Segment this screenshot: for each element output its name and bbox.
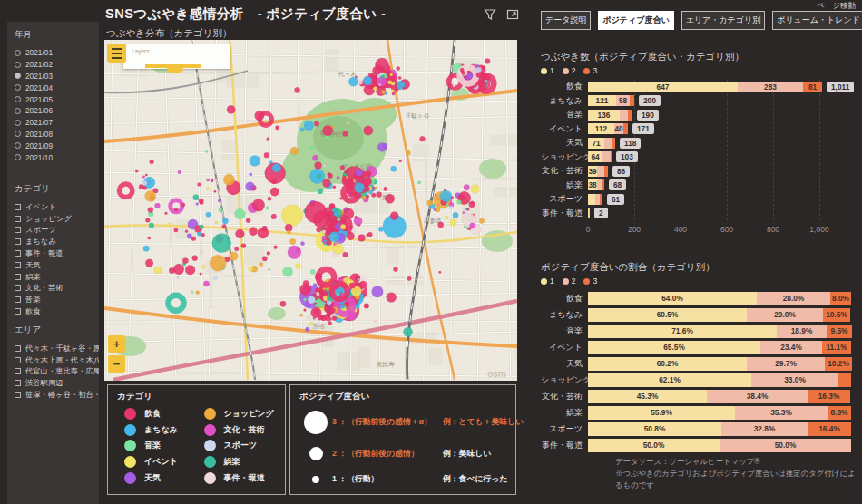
map-zoom-in-button[interactable]: + <box>108 335 125 353</box>
checkbox-icon[interactable] <box>15 308 21 315</box>
nav-button[interactable]: ボリューム・トレンド <box>772 11 862 30</box>
category-option[interactable]: 娯楽 <box>15 271 99 283</box>
bar-segment-3[interactable] <box>604 166 608 177</box>
chart-bar[interactable] <box>588 194 602 205</box>
bar-segment-3[interactable]: 10.5% <box>823 308 850 322</box>
bar-segment-1[interactable]: 647 <box>588 82 738 92</box>
bar-segment-1[interactable]: 38 <box>588 179 597 190</box>
bar-segment-3[interactable] <box>628 110 632 121</box>
radio-icon[interactable] <box>15 142 21 149</box>
chart-bar[interactable]: 64.0%28.0%8.0% <box>588 292 851 305</box>
focus-mode-icon[interactable] <box>506 8 519 21</box>
chart-bar[interactable]: 50.0%50.0% <box>588 439 851 452</box>
bar-segment-2[interactable]: 32.8% <box>721 422 808 436</box>
chart-bar[interactable]: 65.5%23.4%11.1% <box>588 341 851 354</box>
bar-segment-3[interactable] <box>630 95 634 106</box>
bar-segment-1[interactable]: 39 <box>588 166 597 177</box>
bar-segment-1[interactable]: 71.6% <box>588 325 777 338</box>
checkbox-icon[interactable] <box>15 227 21 233</box>
chart-bar[interactable]: 64 <box>588 151 612 162</box>
bar-segment-2[interactable]: 28.0% <box>757 292 830 305</box>
bar-segment-3[interactable] <box>838 373 851 387</box>
bar-segment-1[interactable]: 65.5% <box>588 341 760 354</box>
chart-bar[interactable]: 71 <box>588 138 615 149</box>
bar-segment-1[interactable]: 60.5% <box>588 308 747 322</box>
bar-segment-2[interactable]: 33.0% <box>751 373 838 387</box>
checkbox-icon[interactable] <box>15 392 21 398</box>
bar-segment-1[interactable]: 62.1% <box>588 373 751 387</box>
month-option[interactable]: 2021/05 <box>15 93 99 105</box>
bar-segment-1[interactable]: 121 <box>588 95 616 106</box>
bar-segment-3[interactable] <box>600 194 602 205</box>
legend-item-3[interactable]: 3 <box>583 276 597 286</box>
area-option[interactable]: 渋谷駅周辺 <box>15 377 99 389</box>
month-option[interactable]: 2021/04 <box>15 82 99 93</box>
area-option[interactable]: 代官山・恵比寿・広尾 <box>15 366 99 378</box>
chart-bar[interactable]: 60.5%29.0%10.5% <box>588 308 850 322</box>
bar-segment-2[interactable] <box>597 166 604 177</box>
month-option[interactable]: 2021/09 <box>15 140 99 151</box>
bar-segment-3[interactable] <box>611 151 612 162</box>
checkbox-icon[interactable] <box>15 345 21 352</box>
checkbox-icon[interactable] <box>15 216 21 222</box>
category-option[interactable]: 天気 <box>15 259 99 271</box>
bar-segment-2[interactable]: 38.4% <box>707 390 808 403</box>
nav-button[interactable]: データ説明 <box>541 11 591 30</box>
chart-bar[interactable] <box>588 208 590 218</box>
bar-segment-1[interactable]: 45.3% <box>588 390 707 403</box>
bar-segment-2[interactable] <box>604 138 612 149</box>
chart-bar[interactable]: 55.9%35.3%8.8% <box>588 406 851 420</box>
bar-segment-2[interactable]: 35.3% <box>735 406 828 420</box>
legend-item-2[interactable]: 2 <box>563 276 576 286</box>
layers-slider-handle[interactable] <box>167 64 183 73</box>
radio-icon[interactable] <box>15 120 21 126</box>
bar-segment-3[interactable]: 81 <box>803 82 822 92</box>
bar-segment-1[interactable]: 136 <box>588 110 620 121</box>
radio-icon[interactable] <box>15 131 21 137</box>
bar-segment-3[interactable] <box>612 138 615 149</box>
category-option[interactable]: 飲食 <box>15 305 99 317</box>
chart-bar[interactable]: 64728381 <box>588 82 822 92</box>
bar-segment-2[interactable] <box>620 110 628 121</box>
month-option[interactable]: 2021/08 <box>15 129 99 141</box>
month-option[interactable]: 2021/01 <box>15 47 99 59</box>
chart-bar[interactable]: 45.3%38.4%16.3% <box>588 390 850 403</box>
bar-segment-2[interactable]: 50.0% <box>720 439 851 452</box>
chart-bar[interactable]: 60.2%29.7%10.2% <box>588 357 852 371</box>
bar-segment-2[interactable]: 58 <box>616 95 630 106</box>
bar-segment-1[interactable]: 71 <box>588 138 604 149</box>
checkbox-icon[interactable] <box>15 238 21 245</box>
area-option[interactable]: 代々木上原・代々木八幡... <box>15 354 99 366</box>
chart-bar[interactable]: 62.1%33.0% <box>588 373 851 387</box>
checkbox-icon[interactable] <box>15 380 21 386</box>
legend-item-2[interactable]: 2 <box>563 66 576 75</box>
checkbox-icon[interactable] <box>15 204 21 210</box>
bar-segment-1[interactable]: 60.2% <box>588 357 747 371</box>
bar-segment-2[interactable] <box>602 151 611 162</box>
radio-icon[interactable] <box>15 84 21 91</box>
chart-bar[interactable]: 39 <box>588 166 608 177</box>
checkbox-icon[interactable] <box>15 368 21 374</box>
bar-segment-3[interactable]: 9.5% <box>827 325 852 338</box>
chart-bar[interactable]: 50.8%32.8%16.4% <box>588 422 851 436</box>
category-option[interactable]: 文化・芸術 <box>15 283 99 295</box>
area-option[interactable]: 代々木・千駄ヶ谷・原宿... <box>15 343 99 354</box>
bar-segment-2[interactable] <box>589 208 590 218</box>
bar-segment-3[interactable] <box>602 179 604 190</box>
month-option[interactable]: 2021/03 <box>15 71 99 82</box>
filter-icon[interactable] <box>484 8 496 21</box>
category-option[interactable]: 事件・報道 <box>15 247 99 259</box>
month-option[interactable]: 2021/02 <box>15 59 99 71</box>
month-option[interactable]: 2021/07 <box>15 117 99 129</box>
bar-segment-3[interactable]: 11.1% <box>822 341 851 354</box>
radio-icon[interactable] <box>15 50 21 56</box>
bar-segment-1[interactable] <box>588 194 595 205</box>
category-option[interactable]: イベント <box>15 201 99 213</box>
bar-segment-3[interactable]: 10.2% <box>825 357 852 371</box>
month-option[interactable]: 2021/06 <box>15 105 99 117</box>
checkbox-icon[interactable] <box>15 296 21 303</box>
legend-item-3[interactable]: 3 <box>583 66 597 75</box>
area-option[interactable]: 笹塚・幡ヶ谷・初台・本町 <box>15 389 99 401</box>
checkbox-icon[interactable] <box>15 357 21 363</box>
checkbox-icon[interactable] <box>15 274 21 280</box>
